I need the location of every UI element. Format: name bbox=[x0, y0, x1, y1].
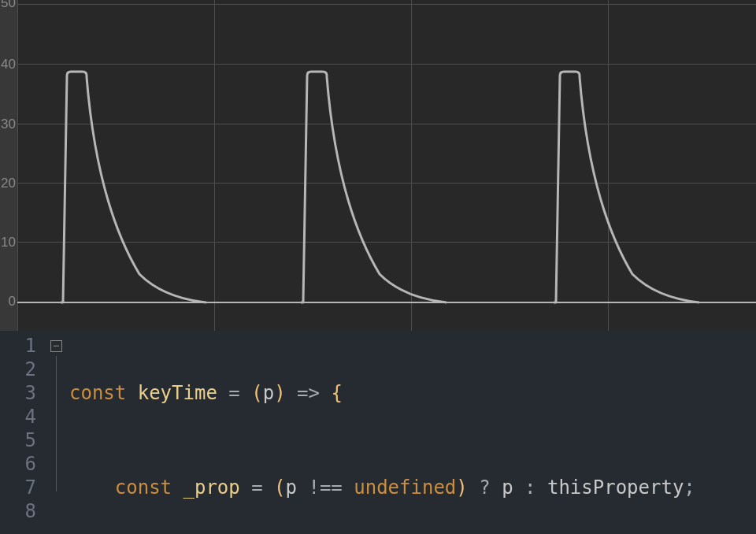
token-op: !== bbox=[297, 477, 354, 499]
token-op: ? bbox=[468, 477, 502, 499]
curve-peak bbox=[554, 69, 699, 306]
token-paren: ) bbox=[274, 382, 285, 404]
y-tick: 30 bbox=[0, 117, 16, 131]
y-tick: 0 bbox=[0, 295, 16, 308]
curve-peak bbox=[61, 69, 206, 306]
token-func: keyTime bbox=[138, 382, 217, 404]
line-number: 4 bbox=[0, 405, 41, 428]
token-var: _prop bbox=[183, 477, 240, 499]
token-paren: ( bbox=[274, 477, 285, 499]
token-var: p bbox=[286, 477, 297, 499]
line-number: 7 bbox=[0, 476, 41, 499]
fold-guide bbox=[56, 356, 57, 491]
token-keyword: const bbox=[69, 382, 126, 404]
line-number: 3 bbox=[0, 381, 41, 405]
line-number: 2 bbox=[0, 358, 41, 381]
y-tick: 10 bbox=[0, 235, 16, 249]
token-paren: ( bbox=[251, 382, 262, 404]
graph-y-axis: 50 40 30 20 10 0 bbox=[0, 0, 17, 331]
y-tick: 40 bbox=[0, 57, 16, 71]
curve-peak bbox=[301, 69, 447, 306]
graph-curve-layer bbox=[17, 0, 756, 331]
code-editor[interactable]: 1 2 3 4 5 6 7 8 − const keyTime = (p) =>… bbox=[0, 331, 756, 534]
space bbox=[172, 477, 183, 499]
fold-gutter: − bbox=[47, 331, 69, 534]
token-const: undefined bbox=[354, 477, 456, 499]
token-paren: ) bbox=[456, 477, 467, 499]
y-tick: 20 bbox=[0, 176, 16, 190]
y-tick: 50 bbox=[0, 0, 16, 9]
line-number: 5 bbox=[0, 428, 41, 452]
indent bbox=[69, 477, 115, 499]
line-number: 1 bbox=[0, 334, 41, 358]
token-op: ; bbox=[684, 477, 695, 499]
token-var: p bbox=[263, 382, 274, 404]
line-number: 8 bbox=[0, 499, 41, 523]
code-area[interactable]: const keyTime = (p) => { const _prop = (… bbox=[69, 331, 756, 534]
code-line: const _prop = (p !== undefined) ? p : th… bbox=[69, 476, 756, 499]
token-var: p bbox=[502, 477, 513, 499]
code-line: const keyTime = (p) => { bbox=[69, 381, 756, 405]
token-brace: { bbox=[331, 382, 342, 404]
token-op: = bbox=[217, 382, 251, 404]
graph-panel[interactable]: 50 40 30 20 10 0 bbox=[0, 0, 756, 331]
token-op: => bbox=[286, 382, 332, 404]
fold-toggle-icon[interactable]: − bbox=[50, 340, 62, 352]
token-const: thisProperty bbox=[547, 477, 684, 499]
token-op: = bbox=[240, 477, 274, 499]
line-number-gutter: 1 2 3 4 5 6 7 8 bbox=[0, 331, 47, 534]
token-op: : bbox=[513, 477, 547, 499]
line-number: 6 bbox=[0, 452, 41, 476]
token-keyword: const bbox=[115, 477, 172, 499]
